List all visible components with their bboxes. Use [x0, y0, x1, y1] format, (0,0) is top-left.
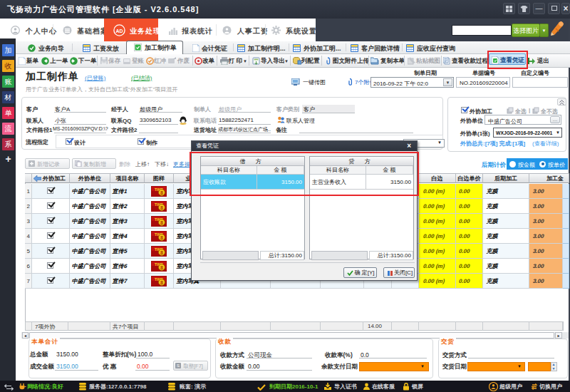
svg-text:8: 8	[160, 234, 163, 239]
svg-text:8: 8	[160, 220, 163, 225]
svg-text:8: 8	[160, 249, 163, 254]
svg-text:AD: AD	[115, 29, 123, 33]
svg-text:8: 8	[160, 279, 163, 284]
svg-text:8: 8	[160, 264, 163, 269]
svg-text:8: 8	[160, 190, 163, 195]
svg-text:8: 8	[160, 205, 163, 210]
